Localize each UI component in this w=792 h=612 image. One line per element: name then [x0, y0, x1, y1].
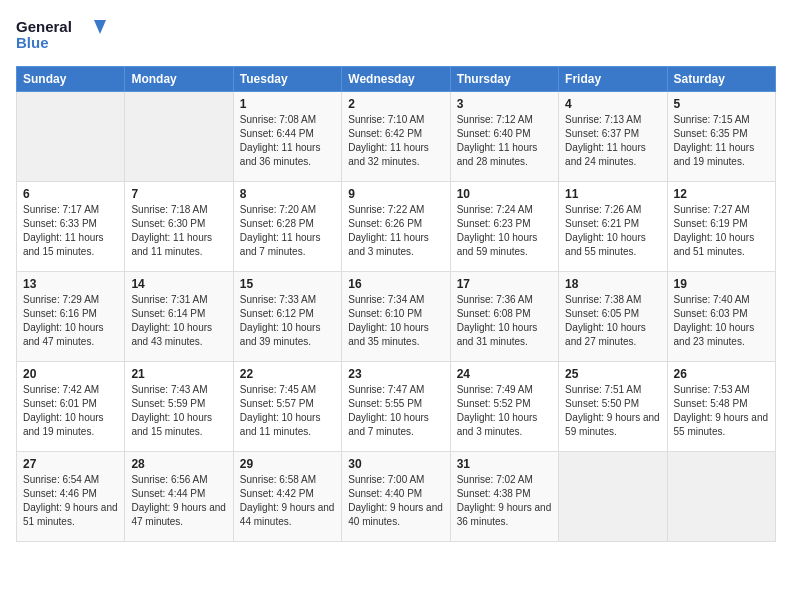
- day-number: 21: [131, 367, 226, 381]
- day-info: Sunrise: 7:12 AM Sunset: 6:40 PM Dayligh…: [457, 113, 552, 169]
- day-number: 18: [565, 277, 660, 291]
- day-info: Sunrise: 7:26 AM Sunset: 6:21 PM Dayligh…: [565, 203, 660, 259]
- day-number: 20: [23, 367, 118, 381]
- day-info: Sunrise: 7:18 AM Sunset: 6:30 PM Dayligh…: [131, 203, 226, 259]
- calendar-cell: 1Sunrise: 7:08 AM Sunset: 6:44 PM Daylig…: [233, 92, 341, 182]
- day-info: Sunrise: 7:29 AM Sunset: 6:16 PM Dayligh…: [23, 293, 118, 349]
- day-info: Sunrise: 7:17 AM Sunset: 6:33 PM Dayligh…: [23, 203, 118, 259]
- calendar-cell: 21Sunrise: 7:43 AM Sunset: 5:59 PM Dayli…: [125, 362, 233, 452]
- calendar-cell: 12Sunrise: 7:27 AM Sunset: 6:19 PM Dayli…: [667, 182, 775, 272]
- logo: General Blue: [16, 16, 106, 56]
- day-number: 31: [457, 457, 552, 471]
- calendar-cell: 25Sunrise: 7:51 AM Sunset: 5:50 PM Dayli…: [559, 362, 667, 452]
- day-info: Sunrise: 7:24 AM Sunset: 6:23 PM Dayligh…: [457, 203, 552, 259]
- calendar-cell: 22Sunrise: 7:45 AM Sunset: 5:57 PM Dayli…: [233, 362, 341, 452]
- day-number: 3: [457, 97, 552, 111]
- day-info: Sunrise: 7:31 AM Sunset: 6:14 PM Dayligh…: [131, 293, 226, 349]
- calendar-table: SundayMondayTuesdayWednesdayThursdayFrid…: [16, 66, 776, 542]
- day-number: 7: [131, 187, 226, 201]
- day-info: Sunrise: 6:56 AM Sunset: 4:44 PM Dayligh…: [131, 473, 226, 529]
- day-number: 5: [674, 97, 769, 111]
- day-info: Sunrise: 7:38 AM Sunset: 6:05 PM Dayligh…: [565, 293, 660, 349]
- calendar-cell: 6Sunrise: 7:17 AM Sunset: 6:33 PM Daylig…: [17, 182, 125, 272]
- day-number: 12: [674, 187, 769, 201]
- calendar-cell: 23Sunrise: 7:47 AM Sunset: 5:55 PM Dayli…: [342, 362, 450, 452]
- calendar-cell: 30Sunrise: 7:00 AM Sunset: 4:40 PM Dayli…: [342, 452, 450, 542]
- calendar-cell: 13Sunrise: 7:29 AM Sunset: 6:16 PM Dayli…: [17, 272, 125, 362]
- day-number: 8: [240, 187, 335, 201]
- day-number: 4: [565, 97, 660, 111]
- day-number: 15: [240, 277, 335, 291]
- calendar-cell: 15Sunrise: 7:33 AM Sunset: 6:12 PM Dayli…: [233, 272, 341, 362]
- calendar-cell: [125, 92, 233, 182]
- calendar-header-monday: Monday: [125, 67, 233, 92]
- calendar-cell: 7Sunrise: 7:18 AM Sunset: 6:30 PM Daylig…: [125, 182, 233, 272]
- day-number: 23: [348, 367, 443, 381]
- calendar-cell: 29Sunrise: 6:58 AM Sunset: 4:42 PM Dayli…: [233, 452, 341, 542]
- calendar-header-saturday: Saturday: [667, 67, 775, 92]
- day-info: Sunrise: 7:34 AM Sunset: 6:10 PM Dayligh…: [348, 293, 443, 349]
- calendar-cell: 2Sunrise: 7:10 AM Sunset: 6:42 PM Daylig…: [342, 92, 450, 182]
- day-number: 30: [348, 457, 443, 471]
- calendar-cell: [17, 92, 125, 182]
- calendar-cell: 11Sunrise: 7:26 AM Sunset: 6:21 PM Dayli…: [559, 182, 667, 272]
- day-info: Sunrise: 7:15 AM Sunset: 6:35 PM Dayligh…: [674, 113, 769, 169]
- day-info: Sunrise: 7:27 AM Sunset: 6:19 PM Dayligh…: [674, 203, 769, 259]
- day-info: Sunrise: 7:45 AM Sunset: 5:57 PM Dayligh…: [240, 383, 335, 439]
- day-info: Sunrise: 7:40 AM Sunset: 6:03 PM Dayligh…: [674, 293, 769, 349]
- calendar-cell: 17Sunrise: 7:36 AM Sunset: 6:08 PM Dayli…: [450, 272, 558, 362]
- day-info: Sunrise: 7:10 AM Sunset: 6:42 PM Dayligh…: [348, 113, 443, 169]
- day-number: 28: [131, 457, 226, 471]
- calendar-cell: 26Sunrise: 7:53 AM Sunset: 5:48 PM Dayli…: [667, 362, 775, 452]
- day-number: 24: [457, 367, 552, 381]
- svg-marker-2: [94, 20, 106, 34]
- day-info: Sunrise: 7:53 AM Sunset: 5:48 PM Dayligh…: [674, 383, 769, 439]
- day-number: 6: [23, 187, 118, 201]
- calendar-cell: 4Sunrise: 7:13 AM Sunset: 6:37 PM Daylig…: [559, 92, 667, 182]
- calendar-week-3: 13Sunrise: 7:29 AM Sunset: 6:16 PM Dayli…: [17, 272, 776, 362]
- day-number: 13: [23, 277, 118, 291]
- day-info: Sunrise: 7:00 AM Sunset: 4:40 PM Dayligh…: [348, 473, 443, 529]
- day-info: Sunrise: 7:42 AM Sunset: 6:01 PM Dayligh…: [23, 383, 118, 439]
- day-info: Sunrise: 6:58 AM Sunset: 4:42 PM Dayligh…: [240, 473, 335, 529]
- day-info: Sunrise: 7:22 AM Sunset: 6:26 PM Dayligh…: [348, 203, 443, 259]
- day-number: 27: [23, 457, 118, 471]
- calendar-cell: 18Sunrise: 7:38 AM Sunset: 6:05 PM Dayli…: [559, 272, 667, 362]
- day-number: 1: [240, 97, 335, 111]
- calendar-week-4: 20Sunrise: 7:42 AM Sunset: 6:01 PM Dayli…: [17, 362, 776, 452]
- day-number: 19: [674, 277, 769, 291]
- day-number: 14: [131, 277, 226, 291]
- day-number: 16: [348, 277, 443, 291]
- calendar-header-friday: Friday: [559, 67, 667, 92]
- calendar-cell: 14Sunrise: 7:31 AM Sunset: 6:14 PM Dayli…: [125, 272, 233, 362]
- calendar-week-5: 27Sunrise: 6:54 AM Sunset: 4:46 PM Dayli…: [17, 452, 776, 542]
- day-number: 17: [457, 277, 552, 291]
- calendar-cell: [667, 452, 775, 542]
- day-info: Sunrise: 7:36 AM Sunset: 6:08 PM Dayligh…: [457, 293, 552, 349]
- day-number: 2: [348, 97, 443, 111]
- calendar-cell: 28Sunrise: 6:56 AM Sunset: 4:44 PM Dayli…: [125, 452, 233, 542]
- calendar-cell: 20Sunrise: 7:42 AM Sunset: 6:01 PM Dayli…: [17, 362, 125, 452]
- calendar-header-wednesday: Wednesday: [342, 67, 450, 92]
- day-info: Sunrise: 7:51 AM Sunset: 5:50 PM Dayligh…: [565, 383, 660, 439]
- day-number: 10: [457, 187, 552, 201]
- day-info: Sunrise: 7:49 AM Sunset: 5:52 PM Dayligh…: [457, 383, 552, 439]
- calendar-cell: 10Sunrise: 7:24 AM Sunset: 6:23 PM Dayli…: [450, 182, 558, 272]
- day-info: Sunrise: 7:20 AM Sunset: 6:28 PM Dayligh…: [240, 203, 335, 259]
- page-header: General Blue: [16, 16, 776, 56]
- svg-text:General: General: [16, 18, 72, 35]
- calendar-cell: 8Sunrise: 7:20 AM Sunset: 6:28 PM Daylig…: [233, 182, 341, 272]
- calendar-cell: 27Sunrise: 6:54 AM Sunset: 4:46 PM Dayli…: [17, 452, 125, 542]
- logo-svg: General Blue: [16, 16, 106, 56]
- calendar-week-2: 6Sunrise: 7:17 AM Sunset: 6:33 PM Daylig…: [17, 182, 776, 272]
- calendar-cell: 31Sunrise: 7:02 AM Sunset: 4:38 PM Dayli…: [450, 452, 558, 542]
- calendar-header-tuesday: Tuesday: [233, 67, 341, 92]
- calendar-header-row: SundayMondayTuesdayWednesdayThursdayFrid…: [17, 67, 776, 92]
- day-number: 22: [240, 367, 335, 381]
- calendar-header-sunday: Sunday: [17, 67, 125, 92]
- calendar-week-1: 1Sunrise: 7:08 AM Sunset: 6:44 PM Daylig…: [17, 92, 776, 182]
- day-number: 9: [348, 187, 443, 201]
- day-info: Sunrise: 7:02 AM Sunset: 4:38 PM Dayligh…: [457, 473, 552, 529]
- calendar-cell: 9Sunrise: 7:22 AM Sunset: 6:26 PM Daylig…: [342, 182, 450, 272]
- calendar-cell: 24Sunrise: 7:49 AM Sunset: 5:52 PM Dayli…: [450, 362, 558, 452]
